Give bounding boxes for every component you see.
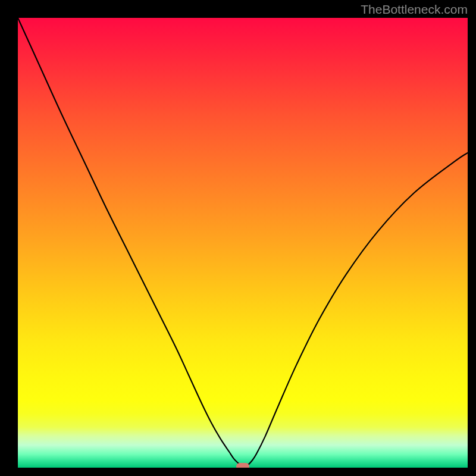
chart-container: TheBottleneck.com bbox=[0, 0, 476, 476]
bottleneck-curve bbox=[18, 18, 468, 468]
watermark-label: TheBottleneck.com bbox=[361, 2, 468, 17]
curve-svg bbox=[18, 18, 468, 468]
plot-area bbox=[18, 18, 468, 468]
optimum-marker-icon bbox=[236, 463, 249, 468]
